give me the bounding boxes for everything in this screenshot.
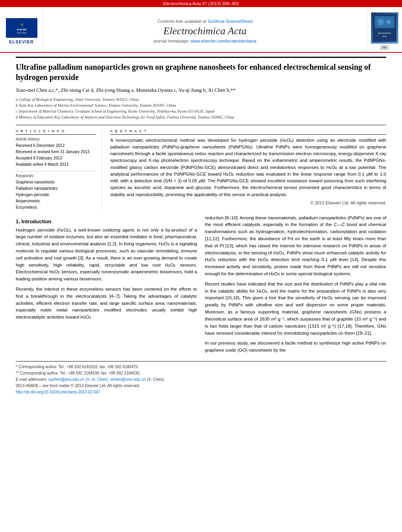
intro-heading: 1. Introduction [16,219,197,224]
affiliations: a College of Biological Engineering, Jim… [16,96,386,120]
issn-line: 0013-4686/$ – see front matter © 2013 El… [16,383,386,389]
article-info-label: A R T I C L E I N F O [16,129,96,135]
revised-date: Received in revised form 31 January 2013 [16,150,89,154]
history-label: Article history: [16,137,96,141]
corresp2-text: ** Corresponding author. Tel.: +86 592 2… [16,371,141,375]
cover-title: Electrochimica Acta [372,13,397,43]
intro-para-5: In our previous study, we discovered a f… [205,340,387,354]
body-left-col: 1. Introduction Hydrogen peroxide (H₂O₂)… [16,215,197,357]
journal-citation: Electrochimica Acta 97 (2013) 398–403 [0,0,402,7]
affil-c: c Department of Material Chemistry, Grad… [16,109,215,113]
article-header: Ultrafine palladium nanoparticles grown … [16,57,386,125]
citation-text: Electrochimica Acta 97 (2013) 398–403 [163,1,239,6]
email-suffix: (X. Chen). [147,377,165,382]
homepage-url[interactable]: www.elsevier.com/locate/electacta [191,39,256,43]
sciverse-line: Contents lists available at SciVerse Sci… [157,19,252,24]
affil-b: b State Key Laboratory of Marine Environ… [16,103,176,108]
authors-line: Xiao-mei Chen a,c,*, Zhi-xiong Cai d, Zh… [16,86,386,94]
kw-4: Amperometric [16,199,40,203]
online-date: Available online 4 March 2013 [16,162,69,167]
doi-link[interactable]: http://dx.doi.org/10.1016/j.electacta.20… [16,390,100,394]
journal-title-area: Contents lists available at SciVerse Sci… [43,10,367,52]
elsevier-logo-svg: 🌿 ELSEVIER PUBLISHING [10,20,33,36]
article-dates: Received 6 December 2012 Received in rev… [16,143,96,168]
logo-box: 🌿 ELSEVIER PUBLISHING [6,18,37,38]
svg-text:🌿: 🌿 [20,23,23,26]
authors-text: Xiao-mei Chen a,c,*, Zhi-xiong Cai d, Zh… [16,87,235,93]
elsevier-logo: 🌿 ELSEVIER PUBLISHING ELSEVIER [0,10,43,52]
divider [16,171,96,171]
kw-3: Hydrogen peroxide [16,193,49,197]
journal-homepage: journal homepage: www.elsevier.com/locat… [154,39,256,43]
svg-point-6 [378,19,384,25]
footnote-2: ** Corresponding author. Tel.: +86 592 2… [16,370,386,376]
journal-cover: Electrochimica Acta ISE [367,10,402,52]
intro-para-2: Recently, the interest in these enzymele… [16,286,197,321]
intro-para-4: Recent studies have indicated that the s… [205,281,387,337]
intro-para-1: Hydrogen peroxide (H₂O₂), a well-known o… [16,227,197,283]
abstract-col: A B S T R A C T A nonenzymatic electroch… [110,129,386,211]
svg-text:ELSEVIER: ELSEVIER [17,28,26,31]
article-title: Ultrafine palladium nanoparticles grown … [16,62,386,82]
sciverse-link[interactable]: SciVerse ScienceDirect [207,19,252,24]
footnotes: * Corresponding author. Tel.: +86 592 61… [16,361,386,395]
copyright: © 2013 Elsevier Ltd. All rights reserved… [110,200,386,205]
affil-a: a College of Biological Engineering, Jim… [16,97,139,102]
body-content: 1. Introduction Hydrogen peroxide (H₂O₂)… [16,215,386,357]
email-label: E-mail addresses: [16,377,47,382]
keywords-label: Keywords: [16,174,96,178]
svg-text:Acta: Acta [382,35,386,37]
ise-badge: ISE [380,45,389,50]
footnote-emails: E-mail addresses: xuchen@jmu.edu.cn (X.-… [16,376,386,383]
keywords-section: Keywords: Graphene nanosheets Palladium … [16,174,96,211]
accepted-date: Accepted 8 February 2013 [16,156,62,160]
kw-1: Graphene nanosheets [16,180,55,184]
intro-para-3: reduction [8–10]. Among these nanomateri… [205,215,387,278]
body-right-col: reduction [8–10]. Among these nanomateri… [205,215,387,357]
cover-svg: Electrochimica Acta [373,14,396,42]
elsevier-name: ELSEVIER [9,39,33,44]
article-info-col: A R T I C L E I N F O Article history: R… [16,129,102,211]
abstract-text: A nonenzymatic electrochemical method wa… [110,137,386,198]
kw-5: Enzymeless [16,205,37,209]
journal-header: 🌿 ELSEVIER PUBLISHING ELSEVIER Contents … [0,7,402,53]
doi-line: http://dx.doi.org/10.1016/j.electacta.20… [16,389,386,395]
email-link-2[interactable]: xichen@xmu.edu.cn [110,377,146,382]
kw-2: Palladium nanoparticles [16,186,57,191]
article-info-abstract: A R T I C L E I N F O Article history: R… [16,129,386,211]
affil-d: d Ministry of Education Key Laboratory o… [16,115,234,119]
svg-text:Electrochimica: Electrochimica [378,32,391,34]
svg-point-7 [386,20,391,24]
journal-name: Electrochimica Acta [163,25,247,37]
cover-image: Electrochimica Acta [371,12,398,44]
svg-text:PUBLISHING: PUBLISHING [17,32,26,34]
keywords-list: Graphene nanosheets Palladium nanopartic… [16,179,96,211]
received-date: Received 6 December 2012 [16,143,65,148]
footnote-1: * Corresponding author. Tel.: +86 592 61… [16,364,386,370]
abstract-label: A B S T R A C T [110,129,386,135]
corresp1-text: * Corresponding author. Tel.: +86 592 61… [16,365,139,369]
email-link-1[interactable]: xuchen@jmu.edu.cn (X.-m. Chen), [48,377,109,382]
